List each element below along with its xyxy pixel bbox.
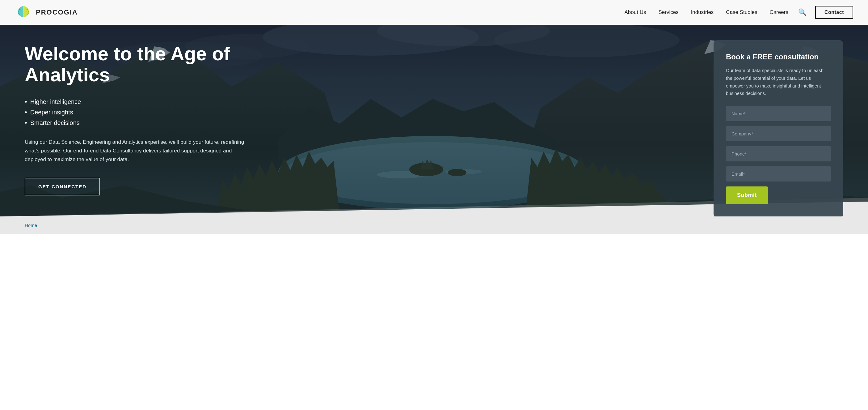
hero-title: Welcome to the Age of Analytics <box>25 43 253 85</box>
nav-links: About Us Services Industries Case Studie… <box>625 9 788 16</box>
name-field[interactable] <box>726 106 831 121</box>
logo-link[interactable]: PROCOGIA <box>15 4 78 21</box>
nav-item-careers[interactable]: Careers <box>770 9 788 16</box>
card-title: Book a FREE consultation <box>726 53 831 61</box>
svg-point-0 <box>19 9 21 10</box>
nav-item-case-studies[interactable]: Case Studies <box>726 9 757 16</box>
bullet-1: Higher intelligence <box>25 98 253 106</box>
nav-link-careers[interactable]: Careers <box>770 9 788 15</box>
svg-point-3 <box>27 9 28 10</box>
consultation-card: Book a FREE consultation Our team of dat… <box>714 40 843 216</box>
company-field[interactable] <box>726 126 831 141</box>
nav-link-industries[interactable]: Industries <box>691 9 714 15</box>
search-icon: 🔍 <box>798 8 807 16</box>
get-connected-button[interactable]: GET CONNECTED <box>25 178 100 196</box>
breadcrumb-home[interactable]: Home <box>25 223 37 228</box>
hero-paragraph: Using our Data Science, Engineering and … <box>25 138 247 164</box>
logo-icon <box>15 4 32 21</box>
nav-link-about[interactable]: About Us <box>625 9 646 15</box>
svg-point-4 <box>28 11 29 12</box>
logo-text: PROCOGIA <box>36 8 78 17</box>
nav-item-services[interactable]: Services <box>658 9 678 16</box>
bullet-3: Smarter decisions <box>25 119 253 127</box>
svg-point-5 <box>27 13 28 15</box>
hero-section: Welcome to the Age of Analytics Higher i… <box>0 0 868 216</box>
nav-link-services[interactable]: Services <box>658 9 678 15</box>
nav-item-about[interactable]: About Us <box>625 9 646 16</box>
nav-link-case-studies[interactable]: Case Studies <box>726 9 757 15</box>
phone-field[interactable] <box>726 146 831 162</box>
svg-point-1 <box>18 11 19 12</box>
bullet-2: Deeper insights <box>25 108 253 116</box>
hero-content: Welcome to the Age of Analytics Higher i… <box>0 0 278 214</box>
submit-button[interactable]: Submit <box>726 186 768 204</box>
card-description: Our team of data specialists is ready to… <box>726 67 831 97</box>
hero-bullets: Higher intelligence Deeper insights Smar… <box>25 98 253 127</box>
search-button[interactable]: 🔍 <box>798 8 807 17</box>
consultation-form: Submit <box>726 106 831 204</box>
contact-button[interactable]: Contact <box>815 6 853 19</box>
breadcrumb-bar: Home <box>0 216 868 234</box>
navbar: PROCOGIA About Us Services Industries Ca… <box>0 0 868 25</box>
email-field[interactable] <box>726 166 831 181</box>
svg-point-2 <box>19 13 20 15</box>
nav-item-industries[interactable]: Industries <box>691 9 714 16</box>
